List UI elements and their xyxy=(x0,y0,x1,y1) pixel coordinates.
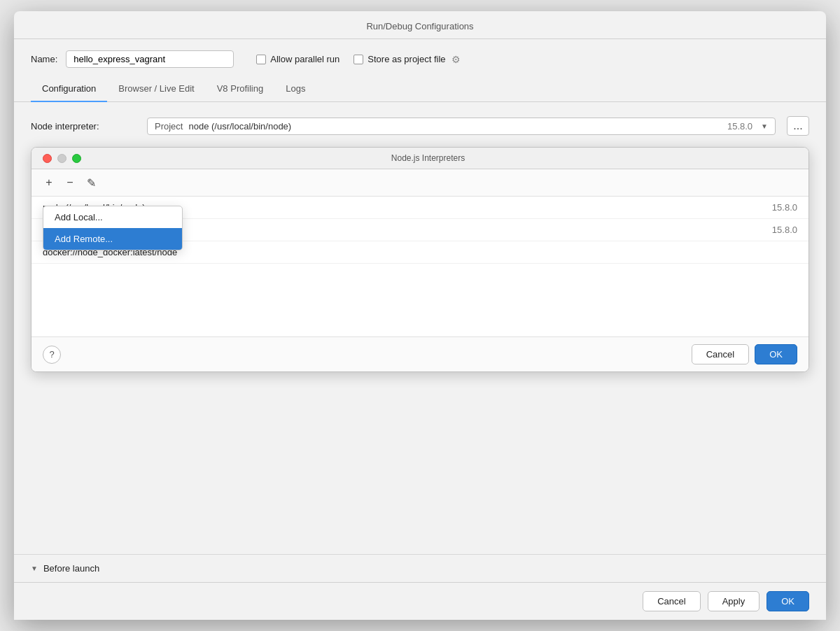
dialog-footer: Cancel Apply OK xyxy=(14,582,826,620)
modal-toolbar: + − ✎ Add Local... Add Remote... xyxy=(31,169,808,197)
edit-interpreter-button[interactable]: ✎ xyxy=(82,173,100,192)
modal-ok-button[interactable]: OK xyxy=(755,344,797,364)
tab-logs[interactable]: Logs xyxy=(274,76,316,102)
store-project-checkbox-label[interactable]: Store as project file ⚙ xyxy=(354,54,460,65)
run-debug-dialog: Run/Debug Configurations Name: Allow par… xyxy=(14,11,826,620)
add-dropdown-menu: Add Local... Add Remote... xyxy=(43,206,183,250)
tab-browser-live-edit[interactable]: Browser / Live Edit xyxy=(107,76,205,102)
store-project-checkbox[interactable] xyxy=(354,55,363,64)
modal-title: Node.js Interpreters xyxy=(87,153,769,163)
cancel-button[interactable]: Cancel xyxy=(643,591,700,611)
interpreter-row: Node interpreter: Project node (/usr/loc… xyxy=(31,116,809,136)
interpreter-version: 15.8.0 xyxy=(727,121,752,132)
modal-titlebar: Node.js Interpreters xyxy=(31,148,808,169)
add-local-menu-item[interactable]: Add Local... xyxy=(43,206,182,228)
before-launch-header[interactable]: ▼ Before launch xyxy=(31,563,809,574)
dialog-header: Name: Allow parallel run Store as projec… xyxy=(14,39,826,76)
interpreter-item-version: 15.8.0 xyxy=(772,225,797,235)
name-label: Name: xyxy=(31,54,57,64)
interpreters-modal: Node.js Interpreters + − ✎ Add Local... xyxy=(31,147,809,372)
tab-configuration[interactable]: Configuration xyxy=(31,76,107,102)
modal-footer: ? Cancel OK xyxy=(31,336,808,371)
help-button[interactable]: ? xyxy=(43,346,61,364)
interpreter-selector[interactable]: Project node (/usr/local/bin/node) 15.8.… xyxy=(147,118,776,135)
close-traffic-light[interactable] xyxy=(43,154,52,163)
minimize-traffic-light[interactable] xyxy=(57,154,66,163)
modal-cancel-button[interactable]: Cancel xyxy=(692,344,749,364)
tab-v8-profiling[interactable]: V8 Profiling xyxy=(206,76,274,102)
parallel-run-checkbox-label[interactable]: Allow parallel run xyxy=(256,54,340,64)
name-input[interactable] xyxy=(66,50,234,68)
collapse-arrow-icon: ▼ xyxy=(31,565,38,572)
parallel-run-checkbox[interactable] xyxy=(256,55,266,64)
ok-button[interactable]: OK xyxy=(766,591,809,611)
remove-interpreter-button[interactable]: − xyxy=(61,173,79,192)
dropdown-arrow-icon: ▼ xyxy=(761,122,768,130)
apply-button[interactable]: Apply xyxy=(708,591,760,611)
content-area: Node interpreter: Project node (/usr/loc… xyxy=(14,102,826,554)
interpreter-path: node (/usr/local/bin/node) xyxy=(188,121,721,132)
project-label: Project xyxy=(155,121,183,132)
maximize-traffic-light[interactable] xyxy=(72,154,81,163)
add-interpreter-button[interactable]: + xyxy=(40,173,58,192)
gear-icon: ⚙ xyxy=(451,54,461,65)
more-button[interactable]: ... xyxy=(787,116,809,136)
tabs-bar: Configuration Browser / Live Edit V8 Pro… xyxy=(14,76,826,102)
checkboxes-area: Allow parallel run Store as project file… xyxy=(256,54,460,65)
add-remote-menu-item[interactable]: Add Remote... xyxy=(43,228,182,250)
dialog-title: Run/Debug Configurations xyxy=(14,11,826,39)
before-launch-section: ▼ Before launch xyxy=(14,554,826,582)
interpreter-item-version: 15.8.0 xyxy=(772,202,797,213)
interpreter-label: Node interpreter: xyxy=(31,121,136,132)
